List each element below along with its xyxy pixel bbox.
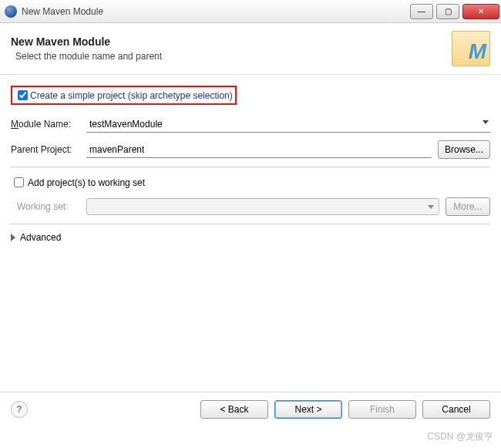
back-button[interactable]: < Back bbox=[200, 400, 268, 419]
parent-project-label: Parent Project: bbox=[11, 144, 86, 155]
advanced-expander[interactable]: Advanced bbox=[11, 232, 490, 243]
add-to-working-set-label: Add project(s) to working set bbox=[28, 177, 145, 188]
divider bbox=[11, 224, 490, 224]
page-title: New Maven Module bbox=[11, 35, 162, 48]
working-set-combo bbox=[86, 198, 439, 215]
finish-button: Finish bbox=[348, 400, 416, 419]
simple-project-highlight: Create a simple project (skip archetype … bbox=[11, 86, 237, 105]
watermark: CSDN @龙俊亨 bbox=[427, 430, 493, 443]
divider bbox=[11, 167, 490, 167]
minimize-button[interactable]: — bbox=[410, 4, 433, 19]
parent-project-input[interactable] bbox=[86, 141, 432, 158]
dialog-header: New Maven Module Select the module name … bbox=[0, 23, 501, 75]
browse-button[interactable]: Browse... bbox=[438, 140, 490, 159]
titlebar: New Maven Module — ▢ ✕ bbox=[0, 0, 501, 23]
more-button: More... bbox=[446, 197, 490, 216]
module-name-input[interactable] bbox=[86, 116, 490, 133]
advanced-label: Advanced bbox=[20, 232, 61, 243]
chevron-down-icon[interactable] bbox=[483, 120, 489, 124]
cancel-button[interactable]: Cancel bbox=[422, 400, 490, 419]
help-icon[interactable]: ? bbox=[11, 401, 28, 418]
page-subtitle: Select the module name and parent bbox=[11, 51, 162, 62]
triangle-right-icon bbox=[11, 234, 15, 241]
window-title: New Maven Module bbox=[22, 6, 103, 17]
chevron-down-icon bbox=[428, 205, 434, 209]
working-set-label: Working set: bbox=[11, 201, 86, 212]
maven-icon bbox=[452, 31, 490, 66]
maximize-button[interactable]: ▢ bbox=[436, 4, 459, 19]
next-button[interactable]: Next > bbox=[274, 400, 342, 419]
dialog-footer: ? < Back Next > Finish Cancel bbox=[0, 392, 501, 426]
add-to-working-set-checkbox[interactable] bbox=[14, 177, 24, 187]
simple-project-label: Create a simple project (skip archetype … bbox=[30, 90, 233, 101]
close-button[interactable]: ✕ bbox=[462, 4, 499, 19]
eclipse-icon bbox=[5, 5, 17, 18]
module-name-label: Module Name: bbox=[11, 119, 86, 130]
simple-project-checkbox[interactable] bbox=[18, 90, 28, 100]
